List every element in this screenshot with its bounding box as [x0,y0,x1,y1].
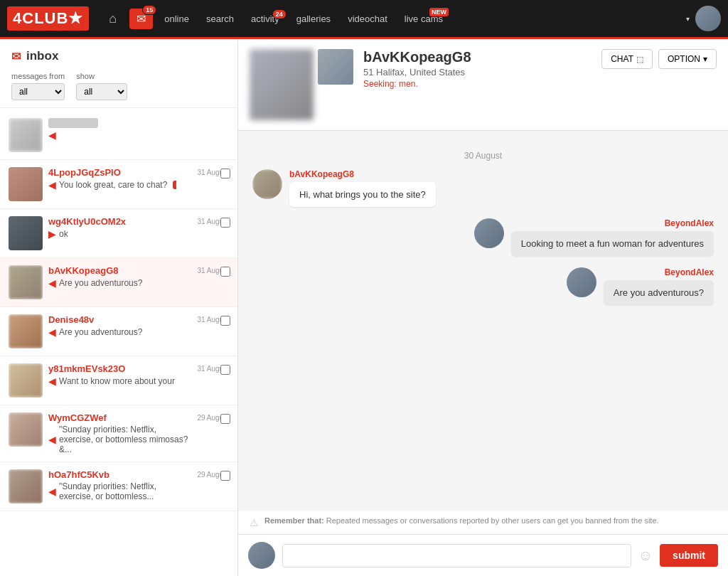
message-preview: You look great, care to chat? [59,180,167,190]
top-nav: 4CLUB★ ⌂ ✉ 15 online search activity 24 … [0,0,728,37]
warning-bold: Remember that: [264,516,324,525]
message-checkbox[interactable] [220,471,230,481]
logo[interactable]: 4CLUB★ [7,6,89,31]
list-item[interactable]: hOa7hfC5Kvb 29 August ◀ "Sunday prioriti… [0,462,237,511]
nav-videochat[interactable]: videochat [342,14,393,24]
message-username: WymCGZWef [48,412,107,423]
filter-from: messages from all men women [11,72,65,100]
message-preview: "Sunday priorities: Netflix, exercise, o… [59,425,191,454]
chat-messages: 30 August bAvKKopeagG8 Hi, what brings y… [238,131,728,510]
message-username: bAvKKopeagG8 [48,265,118,276]
list-item[interactable]: bAvKKopeagG8 31 August ◀ Are you adventu… [0,258,237,307]
message-list: ◀ 4LpopJGqZsPlO 31 August ◀ You look gr [0,108,237,511]
nav-livecams[interactable]: live cams NEW [399,14,449,24]
from-select[interactable]: all men women [11,83,65,100]
arrow-out-icon: ▶ [48,228,56,240]
message-username: 4LpopJGqZsPlO [48,167,121,178]
new-tag: NEW [429,8,449,16]
avatar [9,314,43,348]
mail-button[interactable]: ✉ 15 [129,9,153,29]
date-divider: 30 August [252,151,714,161]
nav-search[interactable]: search [200,14,240,24]
profile-thumb[interactable] [318,49,353,85]
chat-warning: ⚠ Remember that: Repeated messages or co… [238,510,728,534]
nav-online[interactable]: online [159,14,195,24]
nav-chevron[interactable]: ▾ [686,15,690,23]
warning-icon: ⚠ [250,517,259,528]
arrow-in-icon: ◀ [48,434,56,445]
profile-username: bAvKKopeagG8 [363,49,592,65]
message-input[interactable] [282,544,631,567]
chat-main: bAvKKopeagG8 51 Halifax, United States S… [238,39,728,576]
inbox-icon: ✉ [11,50,21,63]
message-username: hOa7hfC5Kvb [48,469,109,480]
profile-seeking: Seeking: men. [363,79,592,89]
blurred-username [48,118,98,128]
chat-bubble: Are you adventurous? [604,280,714,305]
message-preview: Are you adventurous? [59,278,142,288]
home-icon[interactable]: ⌂ [102,11,124,26]
list-item[interactable]: 4LpopJGqZsPlO 31 August ◀ You look great… [0,160,237,209]
profile-actions: CHAT ⬚ OPTION ▾ [601,49,717,69]
list-item[interactable]: WymCGZWef 29 August ◀ "Sunday priorities… [0,405,237,462]
emoji-button[interactable]: ☺ [638,548,653,564]
user-avatar-nav[interactable] [695,6,721,31]
message-username: wg4KtlyU0cOM2x [48,216,126,227]
avatar [9,412,43,447]
chat-bubble: Looking to meet a fun woman for adventur… [511,231,714,256]
warning-text: Repeated messages or conversations repor… [326,516,659,525]
filter-row: messages from all men women show all unr… [11,72,226,100]
message-checkbox[interactable] [220,365,230,375]
message-preview: Are you adventurous? [59,327,142,337]
chat-message-left: bAvKKopeagG8 Hi, what brings you to the … [252,169,714,207]
avatar [9,265,43,299]
new-badge: NEW [173,181,176,189]
profile-main-photo [250,49,314,120]
sidebar: ✉ inbox messages from all men women show… [0,39,238,576]
show-select[interactable]: all unread read [76,83,127,100]
message-checkbox[interactable] [220,267,230,277]
avatar [474,218,504,248]
arrow-in-icon: ◀ [48,129,56,141]
logo-text: CLUB★ [22,9,83,27]
message-preview: "Sunday priorities: Netflix, exercise, o… [59,481,191,501]
logo-num: 4 [13,9,22,27]
message-checkbox[interactable] [220,316,230,326]
chevron-down-icon: ▾ [703,54,707,64]
message-preview: Want to know more about your play level! [59,376,176,386]
avatar [9,216,43,250]
filter-show: show all unread read [76,72,127,100]
list-item[interactable]: y81mkmEVsk23O 31 August ◀ Want to know m… [0,356,237,405]
avatar [567,267,596,297]
avatar [9,469,43,503]
option-button[interactable]: OPTION ▾ [658,49,717,69]
message-checkbox[interactable] [220,169,230,178]
avatar [9,363,43,398]
arrow-in-icon: ◀ [48,277,56,289]
message-checkbox[interactable] [220,414,230,424]
chat-input-area: ☺ submit [238,534,728,576]
arrow-in-icon: ◀ [48,375,56,387]
chat-button[interactable]: CHAT ⬚ [601,49,653,69]
nav-galleries[interactable]: galleries [291,14,336,24]
show-label: show [76,72,127,80]
arrow-in-icon: ◀ [48,486,56,497]
from-label: messages from [11,72,65,80]
my-avatar [248,542,275,569]
submit-button[interactable]: submit [660,544,718,567]
profile-photos [250,49,353,120]
inbox-label: inbox [26,49,58,63]
chat-bubble: Hi, what brings you to the site? [289,182,436,207]
list-item[interactable]: Denise48v 31 August ◀ Are you adventurou… [0,307,237,356]
message-checkbox[interactable] [220,218,230,228]
list-item[interactable]: wg4KtlyU0cOM2x 31 August ▶ ok [0,209,237,258]
list-item[interactable]: ◀ [0,111,237,160]
sidebar-header: ✉ inbox messages from all men women show… [0,39,237,108]
profile-info: bAvKKopeagG8 51 Halifax, United States S… [363,49,592,89]
avatar [9,118,43,152]
avatar [9,167,43,201]
activity-badge: 24 [272,9,287,19]
profile-header: bAvKKopeagG8 51 Halifax, United States S… [238,39,728,131]
chat-message-right: BeyondAlex Are you adventurous? [252,267,714,305]
arrow-in-icon: ◀ [48,179,56,191]
